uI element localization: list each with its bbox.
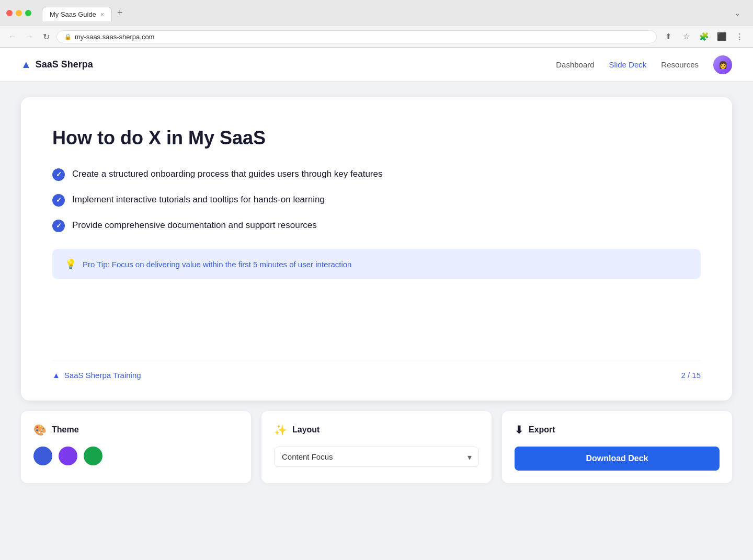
address-bar[interactable]: 🔒 my-saas.saas-sherpa.com [56, 30, 657, 43]
bookmark-button[interactable]: ☆ [679, 29, 693, 44]
menu-button[interactable]: ⋮ [732, 29, 747, 44]
traffic-light-red[interactable] [6, 10, 13, 16]
checklist-item-2: Implement interactive tutorials and tool… [52, 193, 701, 207]
checklist-text-1: Create a structured onboarding process t… [72, 168, 382, 180]
browser-tab[interactable]: My Saas Guide × [42, 7, 112, 21]
slide-card: How to do X in My SaaS Create a structur… [21, 97, 732, 401]
forward-button[interactable]: → [23, 30, 36, 43]
nav-links: Dashboard Slide Deck Resources 👩 [556, 55, 732, 74]
split-view-button[interactable]: ⬛ [714, 29, 729, 44]
checklist-text-3: Provide comprehensive documentation and … [72, 219, 317, 232]
color-swatch-green[interactable] [84, 447, 102, 465]
theme-icon: 🎨 [33, 424, 47, 436]
slide-footer: ▲ SaaS Sherpa Training 2 / 15 [52, 360, 701, 380]
avatar-image: 👩 [713, 55, 732, 74]
new-tab-button[interactable]: + [112, 4, 128, 21]
theme-label: Theme [52, 425, 79, 435]
logo-text: SaaS Sherpa [36, 59, 93, 70]
traffic-light-yellow[interactable] [16, 10, 22, 16]
checklist: Create a structured onboarding process t… [52, 168, 701, 232]
slide-branding: ▲ SaaS Sherpa Training [52, 371, 141, 380]
logo: ▲ SaaS Sherpa [21, 59, 93, 71]
theme-colors [33, 447, 238, 465]
traffic-lights [6, 10, 31, 16]
check-icon-2 [52, 194, 65, 207]
layout-select-wrapper: Content Focus Two Column Full Image Mini… [274, 447, 479, 467]
browser-chrome: My Saas Guide × + ⌄ ← → ↻ 🔒 my-saas.saas… [0, 0, 753, 48]
checklist-text-2: Implement interactive tutorials and tool… [72, 193, 325, 206]
pro-tip: 💡 Pro Tip: Focus on delivering value wit… [52, 249, 701, 279]
export-label: Export [529, 425, 555, 435]
traffic-light-green[interactable] [25, 10, 31, 16]
refresh-button[interactable]: ↻ [40, 30, 52, 43]
layout-select[interactable]: Content Focus Two Column Full Image Mini… [274, 447, 479, 467]
main-content: How to do X in My SaaS Create a structur… [0, 82, 753, 499]
nav-resources[interactable]: Resources [661, 60, 699, 69]
browser-toolbar: ← → ↻ 🔒 my-saas.saas-sherpa.com ⬆ ☆ 🧩 ⬛ … [0, 26, 753, 48]
slide-title: How to do X in My SaaS [52, 127, 701, 149]
bulb-icon: 💡 [65, 258, 76, 270]
export-panel: ⬇ Export Download Deck [502, 411, 732, 483]
slide-branding-text: SaaS Sherpa Training [64, 371, 141, 380]
color-swatch-purple[interactable] [59, 447, 77, 465]
avatar[interactable]: 👩 [713, 55, 732, 74]
url-text: my-saas.saas-sherpa.com [75, 33, 154, 41]
color-swatch-blue[interactable] [33, 447, 52, 465]
export-icon: ⬇ [515, 424, 523, 436]
share-button[interactable]: ⬆ [661, 29, 676, 44]
extensions-button[interactable]: 🧩 [697, 29, 711, 44]
checklist-item-3: Provide comprehensive documentation and … [52, 219, 701, 232]
nav-dashboard[interactable]: Dashboard [556, 60, 594, 69]
nav-slide-deck[interactable]: Slide Deck [609, 60, 647, 69]
layout-panel: ✨ Layout Content Focus Two Column Full I… [261, 411, 492, 483]
window-settings-button[interactable]: ⌄ [730, 6, 745, 20]
layout-panel-header: ✨ Layout [274, 424, 479, 436]
download-deck-button[interactable]: Download Deck [515, 447, 720, 471]
theme-panel: 🎨 Theme [21, 411, 251, 483]
layout-icon: ✨ [274, 424, 287, 436]
checklist-item-1: Create a structured onboarding process t… [52, 168, 701, 181]
logo-icon: ▲ [21, 59, 31, 71]
slide-branding-icon: ▲ [52, 371, 60, 380]
export-panel-header: ⬇ Export [515, 424, 720, 436]
back-button[interactable]: ← [6, 30, 19, 43]
slide-pagination: 2 / 15 [681, 371, 701, 380]
app-nav: ▲ SaaS Sherpa Dashboard Slide Deck Resou… [0, 48, 753, 82]
tab-bar: My Saas Guide × + [36, 4, 134, 21]
theme-panel-header: 🎨 Theme [33, 424, 238, 436]
tab-close-button[interactable]: × [100, 12, 104, 18]
browser-titlebar: My Saas Guide × + ⌄ [0, 0, 753, 26]
bottom-panels: 🎨 Theme ✨ Layout Content Focus Two Colum… [21, 411, 732, 483]
check-icon-1 [52, 168, 65, 181]
tab-title: My Saas Guide [50, 10, 96, 18]
layout-label: Layout [292, 425, 320, 435]
toolbar-actions: ⬆ ☆ 🧩 ⬛ ⋮ [661, 29, 747, 44]
lock-icon: 🔒 [64, 33, 72, 40]
check-icon-3 [52, 220, 65, 232]
pro-tip-text: Pro Tip: Focus on delivering value withi… [83, 260, 351, 269]
